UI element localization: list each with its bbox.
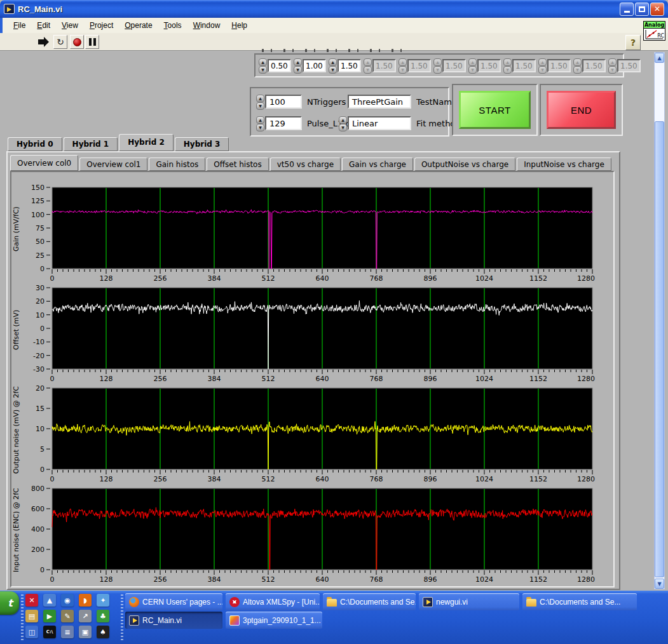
stepper-icon[interactable]: ▲▼: [259, 58, 267, 72]
globe-browser-icon[interactable]: ◉: [61, 594, 74, 607]
stepper-icon[interactable]: ▲▼: [399, 58, 407, 72]
tab-offset-histos[interactable]: Offset histos: [207, 158, 268, 171]
pulse-height-value[interactable]: 1.50: [442, 59, 466, 72]
pulse-height-0[interactable]: ▲▼0.50: [259, 58, 291, 72]
document-pc-icon[interactable]: ▣: [79, 626, 92, 638]
maximize-button[interactable]: [635, 3, 649, 16]
scrollbar-thumb[interactable]: [655, 121, 664, 577]
taskbar-button-rc-main-vi[interactable]: RC_Main.vi: [125, 612, 222, 629]
stepper-icon[interactable]: ▲▼: [433, 58, 442, 72]
vi-connector-icon[interactable]: Analog RC: [643, 21, 665, 41]
minimize-button[interactable]: [620, 3, 634, 16]
stepper-icon[interactable]: ▲▼: [329, 58, 337, 72]
command-prompt-icon[interactable]: C:\: [43, 626, 56, 638]
tab-outputnoise-vs-charge[interactable]: OutputNoise vs charge: [414, 158, 515, 171]
run-continuous-button[interactable]: ↻: [53, 35, 67, 49]
menu-file[interactable]: File: [8, 19, 31, 32]
svg-text:400: 400: [31, 525, 44, 533]
stepper-icon[interactable]: ▲▼: [538, 58, 547, 72]
stepper-icon[interactable]: ▲▼: [608, 58, 617, 72]
messenger-icon[interactable]: ✦: [97, 594, 109, 607]
pulse-delay-field[interactable]: 129: [265, 116, 302, 130]
input-noise-chart-ylabel: Input noise (ENC) @ 2fC: [11, 486, 20, 575]
pulse-height-value[interactable]: 1.00: [303, 59, 326, 72]
pulse-delay-stepper[interactable]: ▲▼: [256, 116, 264, 130]
pulse-height-value[interactable]: 1.50: [512, 59, 536, 72]
pulse-height-value[interactable]: 1.50: [477, 59, 501, 72]
start-menu-button[interactable]: t: [0, 591, 19, 615]
fit-method-stepper[interactable]: ▲▼: [339, 116, 347, 130]
gain-chart-plot[interactable]: 0255075100125150012825638451264076889610…: [20, 185, 596, 281]
run-button[interactable]: [37, 35, 51, 49]
menu-edit[interactable]: Edit: [31, 19, 56, 32]
pulse-height-1[interactable]: ▲▼1.00: [294, 58, 326, 72]
taskbar-button-altova-xmlspy-uni[interactable]: Altova XMLSpy - [Uni...: [226, 593, 320, 610]
app-window: RC_Main.vi ✕ FileEditViewProjectOperateT…: [0, 0, 668, 644]
winscp-icon[interactable]: ▲: [43, 594, 56, 607]
panel-scrollbar[interactable]: ▲ ▼: [654, 52, 665, 589]
output-noise-chart-plot[interactable]: 0510152001282563845126407688961024115212…: [20, 386, 596, 482]
network-places-icon[interactable]: ≡: [61, 626, 74, 638]
scheduler-icon[interactable]: ◫: [25, 626, 38, 638]
ntriggers-stepper[interactable]: ▲▼: [256, 95, 264, 109]
media-tool-icon[interactable]: ▶: [43, 610, 56, 622]
pause-button[interactable]: [85, 35, 99, 49]
pulse-height-value[interactable]: 1.50: [407, 59, 431, 72]
pulse-height-value[interactable]: 1.50: [337, 59, 361, 72]
menu-tools[interactable]: Tools: [158, 19, 187, 32]
stepper-icon[interactable]: ▲▼: [503, 58, 512, 72]
menu-operate[interactable]: Operate: [119, 19, 158, 32]
end-button[interactable]: END: [547, 91, 616, 129]
tab-gain-vs-charge[interactable]: Gain vs charge: [342, 158, 413, 171]
svg-text:20: 20: [36, 297, 44, 305]
abort-button[interactable]: [70, 35, 84, 49]
menu-window[interactable]: Window: [187, 19, 226, 32]
context-help-button[interactable]: ?: [625, 35, 641, 50]
svg-text:768: 768: [370, 274, 383, 281]
taskbar-button-c-documents-and-se[interactable]: C:\Documents and Se...: [522, 593, 637, 610]
taskbar-button-newgui-vi[interactable]: newgui.vi: [419, 593, 519, 610]
tree-app-icon[interactable]: ♣: [97, 610, 109, 622]
pulse-height-value[interactable]: 1.50: [372, 59, 396, 72]
printer-folder-icon[interactable]: ▤: [25, 610, 38, 622]
close-button[interactable]: ✕: [650, 3, 664, 16]
taskbar-button-c-documents-and-se[interactable]: C:\Documents and Se...: [323, 593, 416, 610]
tab-gain-histos[interactable]: Gain histos: [149, 158, 205, 171]
pulse-height-2[interactable]: ▲▼1.50: [329, 58, 361, 72]
notepad-icon[interactable]: ✎: [61, 610, 74, 622]
xmlspy-quick-icon[interactable]: ✕: [25, 594, 38, 607]
testname-field[interactable]: ThreePtGain: [348, 95, 411, 109]
pulse-height-value[interactable]: 1.50: [547, 59, 571, 72]
input-noise-chart-plot[interactable]: 0200400600800012825638451264076889610241…: [20, 486, 596, 582]
remote-pc-icon[interactable]: ↗: [79, 610, 92, 622]
menu-project[interactable]: Project: [84, 19, 119, 32]
tab-inputnoise-vs-charge[interactable]: InputNoise vs charge: [517, 158, 611, 171]
graduation-icon[interactable]: ♠: [97, 626, 109, 638]
taskbar-button-cern-users-pages[interactable]: CERN Users' pages - ...: [125, 593, 222, 610]
stepper-icon[interactable]: ▲▼: [364, 58, 372, 72]
start-button[interactable]: START: [459, 91, 531, 129]
ntriggers-field[interactable]: 100: [265, 95, 302, 109]
scroll-up-icon[interactable]: ▲: [655, 53, 664, 63]
tab-overview-col1[interactable]: Overview col1: [79, 158, 147, 171]
fit-method-field[interactable]: Linear: [348, 116, 411, 130]
stepper-icon[interactable]: ▲▼: [573, 58, 582, 72]
tab-hybrid-3[interactable]: Hybrid 3: [175, 137, 229, 151]
tab-hybrid-1[interactable]: Hybrid 1: [64, 137, 118, 151]
menu-help[interactable]: Help: [226, 19, 253, 32]
taskbar-button-3ptgain-290910-1-1[interactable]: 3ptgain_290910_1_1...: [226, 612, 322, 629]
tab-hybrid-0[interactable]: Hybrid 0: [8, 137, 62, 151]
pulse-height-value[interactable]: 1.50: [617, 59, 641, 72]
tab-hybrid-2[interactable]: Hybrid 2: [119, 134, 174, 151]
pulse-height-value[interactable]: 0.50: [268, 59, 291, 72]
firefox-quick-icon[interactable]: ◗: [79, 594, 92, 607]
svg-text:0: 0: [50, 475, 55, 482]
menu-view[interactable]: View: [56, 19, 84, 32]
stepper-icon[interactable]: ▲▼: [468, 58, 477, 72]
tab-overview-col0[interactable]: Overview col0: [10, 155, 78, 171]
offset-chart-plot[interactable]: -30-20-100102030012825638451264076889610…: [20, 285, 596, 382]
tab-vt50-vs-charge[interactable]: vt50 vs charge: [270, 158, 341, 171]
scroll-down-icon[interactable]: ▼: [655, 579, 664, 589]
stepper-icon[interactable]: ▲▼: [294, 58, 302, 72]
pulse-height-value[interactable]: 1.50: [582, 59, 606, 72]
